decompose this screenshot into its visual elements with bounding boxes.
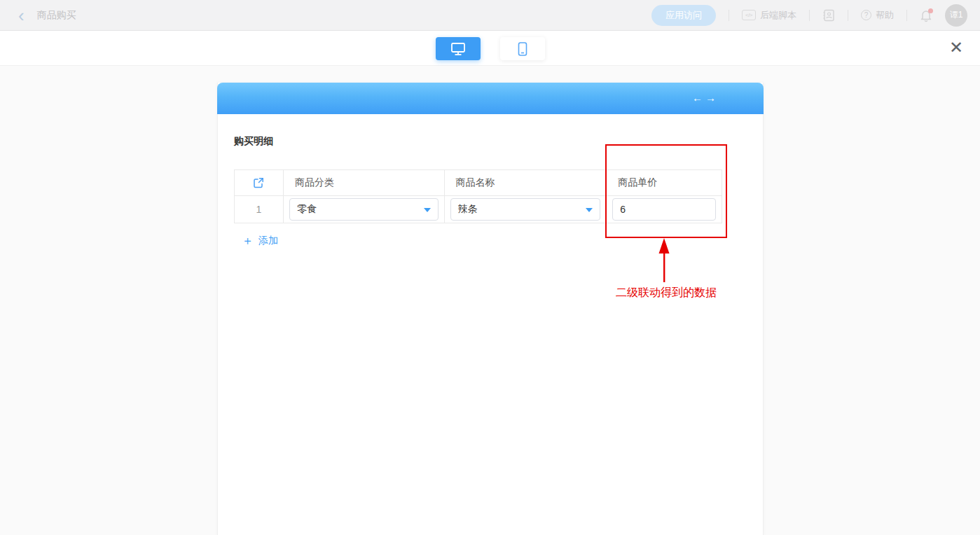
divider	[906, 10, 907, 21]
mobile-icon	[517, 41, 528, 57]
device-toggle	[436, 37, 545, 60]
row-index: 1	[235, 196, 284, 223]
mobile-preview-button[interactable]	[500, 37, 545, 60]
table-row: 1 零食 辣条	[235, 196, 722, 223]
topbar-left: ‹ 商品购买	[0, 8, 76, 22]
table-header-row: 商品分类 商品名称 商品单价	[235, 170, 722, 196]
section-title: 购买明细	[234, 135, 747, 148]
desktop-icon	[450, 42, 466, 56]
caret-down-icon	[424, 208, 431, 212]
desktop-preview-button[interactable]	[436, 37, 481, 60]
divider	[729, 10, 729, 21]
close-button[interactable]: ✕	[949, 39, 963, 56]
help-button[interactable]: ? 帮助	[861, 9, 894, 22]
app-access-button[interactable]: 应用访问	[651, 5, 716, 26]
add-label: 添加	[258, 235, 278, 247]
preview-toolbar: ✕	[0, 31, 980, 66]
price-input[interactable]	[612, 198, 716, 221]
category-select[interactable]: 零食	[289, 198, 439, 221]
back-icon[interactable]: ‹	[18, 8, 25, 22]
category-value: 零食	[297, 203, 317, 216]
product-name-value: 辣条	[458, 203, 478, 216]
plus-icon: ＋	[242, 235, 254, 246]
price-cell	[607, 196, 722, 223]
product-name-select[interactable]: 辣条	[450, 198, 601, 221]
notification-badge	[928, 8, 933, 13]
expand-column-header[interactable]	[235, 170, 284, 196]
backend-script-label: 后端脚本	[760, 9, 796, 22]
address-book-icon	[822, 9, 835, 22]
column-header-price: 商品单价	[607, 170, 722, 196]
nav-arrows-icon[interactable]: ←→	[692, 92, 719, 104]
notifications-button[interactable]	[920, 8, 932, 22]
form-body: 购买明细 商品分类 商品名称 商品单价	[218, 114, 763, 247]
app-topbar: ‹ 商品购买 应用访问 </> 后端脚本	[0, 0, 980, 31]
external-link-icon	[253, 177, 264, 188]
avatar[interactable]: 谭1	[945, 4, 967, 27]
add-row-button[interactable]: ＋ 添加	[242, 235, 278, 247]
category-cell: 零食	[283, 196, 444, 223]
code-icon: </>	[742, 10, 756, 20]
form-header-banner: ←→	[217, 83, 764, 114]
help-icon: ?	[861, 10, 871, 20]
divider	[848, 10, 848, 21]
preview-area: ←→ 购买明细 商品分类 商品名称	[0, 66, 980, 535]
topbar-right: 应用访问 </> 后端脚本 ? 帮助	[651, 4, 980, 27]
page-title: 商品购买	[37, 9, 76, 22]
address-book-button[interactable]	[822, 9, 835, 22]
divider	[809, 10, 810, 21]
form-panel: ←→ 购买明细 商品分类 商品名称	[217, 83, 764, 535]
backend-script-button[interactable]: </> 后端脚本	[742, 9, 796, 22]
screen: ‹ 商品购买 应用访问 </> 后端脚本	[0, 0, 980, 535]
help-label: 帮助	[876, 9, 894, 22]
column-header-name: 商品名称	[444, 170, 607, 196]
name-cell: 辣条	[444, 196, 607, 223]
column-header-category: 商品分类	[283, 170, 444, 196]
caret-down-icon	[586, 208, 593, 212]
subform-table: 商品分类 商品名称 商品单价 1 零食	[234, 169, 722, 223]
